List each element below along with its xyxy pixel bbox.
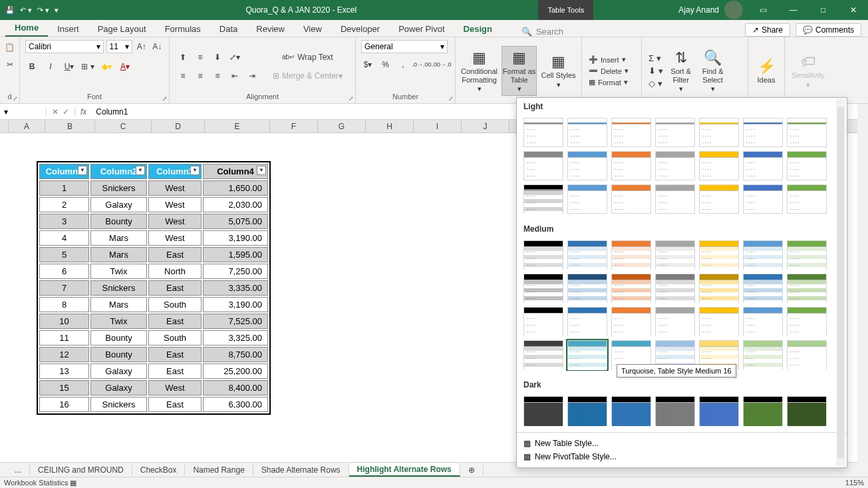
- tab-powerpivot[interactable]: Power Pivot: [389, 21, 454, 37]
- sheet-4[interactable]: Shade Alternate Rows: [253, 464, 349, 476]
- col-F[interactable]: F: [270, 120, 318, 132]
- table-style-thumb[interactable]: [611, 118, 651, 147]
- table-style-thumb[interactable]: [567, 340, 607, 369]
- format-cells-button[interactable]: ▦Format ▾: [587, 77, 630, 87]
- table-style-thumb[interactable]: [567, 184, 607, 214]
- table-style-thumb[interactable]: [743, 307, 783, 336]
- table-header-1[interactable]: Column1▼: [39, 164, 89, 179]
- fx-label[interactable]: fx: [75, 107, 92, 117]
- cancel-formula-icon[interactable]: ✕: [52, 107, 59, 117]
- sheet-5[interactable]: Highlight Alternate Rows: [349, 463, 460, 477]
- align-middle-icon[interactable]: ≡: [192, 50, 208, 65]
- minimize-icon[interactable]: —: [778, 5, 808, 15]
- table-row[interactable]: 2GalaxyWest2,030.00: [39, 197, 268, 212]
- col-E[interactable]: E: [205, 120, 270, 132]
- col-H[interactable]: H: [366, 120, 414, 132]
- table-style-thumb[interactable]: [699, 240, 739, 270]
- cell-styles-button[interactable]: ▦Cell Styles▾: [541, 46, 576, 96]
- col-I[interactable]: I: [414, 120, 462, 132]
- number-launcher[interactable]: ⤢: [448, 95, 454, 102]
- align-bottom-icon[interactable]: ⬇: [210, 50, 225, 65]
- table-style-thumb[interactable]: [655, 396, 695, 425]
- table-style-thumb[interactable]: [567, 396, 607, 425]
- table-style-thumb[interactable]: [743, 274, 783, 303]
- decrease-decimal-icon[interactable]: .00→.0: [434, 57, 450, 72]
- table-style-thumb[interactable]: [743, 340, 783, 369]
- increase-decimal-icon[interactable]: .0→.00: [414, 57, 430, 72]
- autosum-button[interactable]: Σ ▾: [647, 53, 664, 64]
- font-size-combo[interactable]: 11▾: [106, 40, 132, 53]
- table-style-thumb[interactable]: [567, 307, 607, 336]
- increase-font-icon[interactable]: A↑: [135, 40, 148, 53]
- table-style-thumb[interactable]: [523, 274, 563, 303]
- table-row[interactable]: 4MarsWest3,190.00: [39, 230, 268, 246]
- indent-dec-icon[interactable]: ⇤: [227, 69, 243, 83]
- tab-pagelayout[interactable]: Page Layout: [88, 21, 156, 37]
- table-row[interactable]: 10TwixEast7,525.00: [39, 314, 268, 329]
- table-header-4[interactable]: Column4▼: [203, 164, 268, 179]
- table-style-thumb[interactable]: [787, 274, 827, 303]
- filter-button-1[interactable]: ▼: [78, 166, 87, 175]
- table-style-thumb[interactable]: [655, 118, 695, 147]
- table-style-thumb[interactable]: [655, 240, 695, 270]
- user-avatar[interactable]: [724, 1, 743, 19]
- filter-button-3[interactable]: ▼: [190, 166, 200, 175]
- orientation-icon[interactable]: ⤢▾: [227, 50, 243, 65]
- table-style-thumb[interactable]: [787, 240, 827, 270]
- table-style-thumb[interactable]: [611, 396, 651, 425]
- tab-view[interactable]: View: [294, 21, 331, 37]
- tab-design[interactable]: Design: [454, 21, 502, 37]
- table-row[interactable]: 8MarsSouth3,190.00: [39, 297, 268, 312]
- table-style-thumb[interactable]: [699, 274, 739, 303]
- table-style-thumb[interactable]: [743, 240, 783, 270]
- decrease-font-icon[interactable]: A↓: [150, 40, 164, 53]
- align-left-icon[interactable]: ≡: [175, 69, 191, 83]
- zoom-level[interactable]: 115%: [845, 479, 864, 487]
- table-row[interactable]: 5MarsEast1,595.00: [39, 247, 268, 262]
- accounting-icon[interactable]: $▾: [361, 57, 374, 72]
- table-style-thumb[interactable]: [699, 396, 739, 425]
- wrap-text-button[interactable]: ab↵Wrap Text: [268, 50, 347, 65]
- ideas-button[interactable]: ⚡Ideas: [754, 46, 779, 96]
- align-top-icon[interactable]: ⬆: [175, 50, 191, 65]
- underline-button[interactable]: U ▾: [63, 60, 76, 73]
- tab-developer[interactable]: Developer: [331, 21, 389, 37]
- tab-home[interactable]: Home: [5, 20, 48, 37]
- align-right-icon[interactable]: ≡: [210, 69, 225, 83]
- clipboard-launcher[interactable]: ⤢: [13, 95, 18, 102]
- table-style-thumb[interactable]: [567, 118, 607, 147]
- table-style-thumb[interactable]: [699, 307, 739, 336]
- font-name-combo[interactable]: Calibri▾: [25, 40, 104, 53]
- table-row[interactable]: 7SnickersEast3,335.00: [39, 280, 268, 296]
- table-row[interactable]: 11BountySouth3,325.00: [39, 330, 268, 346]
- table-style-thumb[interactable]: [523, 396, 563, 425]
- merge-center-button[interactable]: ⊞Merge & Center ▾: [268, 69, 347, 83]
- table-style-thumb[interactable]: [611, 184, 651, 214]
- table-style-thumb[interactable]: [699, 118, 739, 147]
- table-style-thumb[interactable]: [655, 151, 695, 180]
- sheet-1[interactable]: CEILING and MROUND: [30, 464, 132, 476]
- table-style-thumb[interactable]: [611, 240, 651, 270]
- col-A[interactable]: A: [9, 120, 45, 132]
- filter-button-4[interactable]: ▼: [257, 166, 266, 175]
- table-style-thumb[interactable]: [787, 396, 827, 425]
- comments-button[interactable]: 💬Comments: [796, 23, 861, 37]
- table-style-thumb[interactable]: [787, 151, 827, 180]
- bold-button[interactable]: B: [25, 60, 39, 73]
- table-style-thumb[interactable]: [743, 151, 783, 180]
- new-sheet-button[interactable]: ⊕: [460, 464, 484, 476]
- table-row[interactable]: 13GalaxyEast25,200.00: [39, 364, 268, 379]
- table-style-thumb[interactable]: [655, 307, 695, 336]
- tab-review[interactable]: Review: [247, 21, 294, 37]
- table-style-thumb[interactable]: [523, 340, 563, 369]
- filter-button-2[interactable]: ▼: [136, 166, 145, 175]
- table-header-2[interactable]: Column2▼: [90, 164, 147, 179]
- table-style-thumb[interactable]: [787, 184, 827, 214]
- name-box[interactable]: ▾: [0, 107, 47, 117]
- clear-button[interactable]: ◇ ▾: [647, 78, 664, 89]
- table-row[interactable]: 16SnickersEast6,300.00: [39, 397, 268, 412]
- table-style-thumb[interactable]: [567, 274, 607, 303]
- undo-icon[interactable]: ↶ ▾: [20, 6, 32, 15]
- italic-button[interactable]: I: [44, 60, 57, 73]
- table-row[interactable]: 6TwixNorth7,250.00: [39, 264, 268, 279]
